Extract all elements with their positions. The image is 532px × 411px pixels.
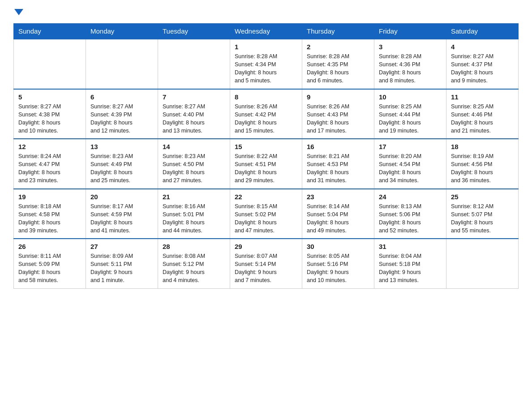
empty-cell [158,39,230,89]
day-cell-18: 18Sunrise: 8:19 AM Sunset: 4:56 PM Dayli… [446,139,519,189]
day-cell-27: 27Sunrise: 8:09 AM Sunset: 5:11 PM Dayli… [86,239,158,288]
day-number: 13 [90,143,153,150]
col-header-thursday: Thursday [302,24,374,39]
day-cell-11: 11Sunrise: 8:25 AM Sunset: 4:46 PM Dayli… [446,89,519,139]
week-row-4: 19Sunrise: 8:18 AM Sunset: 4:58 PM Dayli… [14,189,519,239]
empty-cell [14,39,86,89]
day-cell-9: 9Sunrise: 8:26 AM Sunset: 4:43 PM Daylig… [302,89,374,139]
day-number: 19 [18,193,81,201]
header [13,9,519,15]
empty-cell [446,239,519,288]
day-info: Sunrise: 8:23 AM Sunset: 4:50 PM Dayligh… [163,152,225,185]
day-number: 15 [235,143,297,150]
day-number: 27 [90,243,153,250]
day-info: Sunrise: 8:18 AM Sunset: 4:58 PM Dayligh… [18,202,81,235]
day-info: Sunrise: 8:19 AM Sunset: 4:56 PM Dayligh… [451,152,514,185]
logo [13,9,23,15]
day-info: Sunrise: 8:27 AM Sunset: 4:40 PM Dayligh… [163,103,225,135]
day-cell-28: 28Sunrise: 8:08 AM Sunset: 5:12 PM Dayli… [158,239,230,288]
day-info: Sunrise: 8:22 AM Sunset: 4:51 PM Dayligh… [235,152,297,185]
day-number: 21 [163,193,225,201]
day-info: Sunrise: 8:21 AM Sunset: 4:53 PM Dayligh… [307,152,369,185]
day-number: 31 [379,243,442,250]
day-cell-8: 8Sunrise: 8:26 AM Sunset: 4:42 PM Daylig… [230,89,302,139]
day-number: 17 [379,143,442,150]
day-info: Sunrise: 8:16 AM Sunset: 5:01 PM Dayligh… [163,202,225,235]
day-info: Sunrise: 8:20 AM Sunset: 4:54 PM Dayligh… [379,152,442,185]
calendar-table: SundayMondayTuesdayWednesdayThursdayFrid… [13,23,519,289]
col-header-tuesday: Tuesday [158,24,230,39]
day-info: Sunrise: 8:12 AM Sunset: 5:07 PM Dayligh… [451,202,514,235]
day-info: Sunrise: 8:24 AM Sunset: 4:47 PM Dayligh… [18,152,81,185]
week-row-3: 12Sunrise: 8:24 AM Sunset: 4:47 PM Dayli… [14,139,519,189]
day-number: 14 [163,143,225,150]
day-number: 16 [307,143,369,150]
day-cell-4: 4Sunrise: 8:27 AM Sunset: 4:37 PM Daylig… [446,39,519,89]
day-info: Sunrise: 8:13 AM Sunset: 5:06 PM Dayligh… [379,202,442,235]
day-info: Sunrise: 8:15 AM Sunset: 5:02 PM Dayligh… [235,202,297,235]
day-info: Sunrise: 8:25 AM Sunset: 4:44 PM Dayligh… [379,103,442,135]
day-number: 26 [18,243,81,250]
day-cell-30: 30Sunrise: 8:05 AM Sunset: 5:16 PM Dayli… [302,239,374,288]
col-header-saturday: Saturday [446,24,519,39]
day-number: 24 [379,193,442,201]
day-number: 5 [18,93,81,101]
day-cell-5: 5Sunrise: 8:27 AM Sunset: 4:38 PM Daylig… [14,89,86,139]
day-number: 23 [307,193,369,201]
day-info: Sunrise: 8:09 AM Sunset: 5:11 PM Dayligh… [90,252,153,285]
day-info: Sunrise: 8:26 AM Sunset: 4:42 PM Dayligh… [235,103,297,135]
empty-cell [86,39,158,89]
day-info: Sunrise: 8:26 AM Sunset: 4:43 PM Dayligh… [307,103,369,135]
day-number: 11 [451,93,514,101]
day-number: 1 [235,43,297,51]
day-cell-12: 12Sunrise: 8:24 AM Sunset: 4:47 PM Dayli… [14,139,86,189]
day-cell-29: 29Sunrise: 8:07 AM Sunset: 5:14 PM Dayli… [230,239,302,288]
day-cell-24: 24Sunrise: 8:13 AM Sunset: 5:06 PM Dayli… [374,189,446,239]
day-info: Sunrise: 8:27 AM Sunset: 4:38 PM Dayligh… [18,103,81,135]
day-cell-22: 22Sunrise: 8:15 AM Sunset: 5:02 PM Dayli… [230,189,302,239]
logo-triangle-icon [14,9,23,15]
day-cell-6: 6Sunrise: 8:27 AM Sunset: 4:39 PM Daylig… [86,89,158,139]
col-header-wednesday: Wednesday [230,24,302,39]
day-info: Sunrise: 8:05 AM Sunset: 5:16 PM Dayligh… [307,252,369,285]
day-info: Sunrise: 8:23 AM Sunset: 4:49 PM Dayligh… [90,152,153,185]
day-info: Sunrise: 8:27 AM Sunset: 4:37 PM Dayligh… [451,52,514,85]
day-number: 2 [307,43,369,51]
day-number: 6 [90,93,153,101]
day-info: Sunrise: 8:28 AM Sunset: 4:34 PM Dayligh… [235,52,297,85]
day-number: 7 [163,93,225,101]
day-number: 28 [163,243,225,250]
calendar-header-row: SundayMondayTuesdayWednesdayThursdayFrid… [14,24,519,39]
day-number: 8 [235,93,297,101]
day-info: Sunrise: 8:17 AM Sunset: 4:59 PM Dayligh… [90,202,153,235]
day-cell-19: 19Sunrise: 8:18 AM Sunset: 4:58 PM Dayli… [14,189,86,239]
day-cell-2: 2Sunrise: 8:28 AM Sunset: 4:35 PM Daylig… [302,39,374,89]
col-header-sunday: Sunday [14,24,86,39]
day-cell-3: 3Sunrise: 8:28 AM Sunset: 4:36 PM Daylig… [374,39,446,89]
day-number: 30 [307,243,369,250]
day-cell-16: 16Sunrise: 8:21 AM Sunset: 4:53 PM Dayli… [302,139,374,189]
day-cell-7: 7Sunrise: 8:27 AM Sunset: 4:40 PM Daylig… [158,89,230,139]
day-number: 10 [379,93,442,101]
day-number: 25 [451,193,514,201]
day-cell-10: 10Sunrise: 8:25 AM Sunset: 4:44 PM Dayli… [374,89,446,139]
day-info: Sunrise: 8:08 AM Sunset: 5:12 PM Dayligh… [163,252,225,285]
col-header-friday: Friday [374,24,446,39]
day-info: Sunrise: 8:14 AM Sunset: 5:04 PM Dayligh… [307,202,369,235]
week-row-1: 1Sunrise: 8:28 AM Sunset: 4:34 PM Daylig… [14,39,519,89]
day-info: Sunrise: 8:27 AM Sunset: 4:39 PM Dayligh… [90,103,153,135]
day-number: 12 [18,143,81,150]
day-cell-20: 20Sunrise: 8:17 AM Sunset: 4:59 PM Dayli… [86,189,158,239]
day-info: Sunrise: 8:25 AM Sunset: 4:46 PM Dayligh… [451,103,514,135]
day-cell-1: 1Sunrise: 8:28 AM Sunset: 4:34 PM Daylig… [230,39,302,89]
day-number: 29 [235,243,297,250]
week-row-5: 26Sunrise: 8:11 AM Sunset: 5:09 PM Dayli… [14,239,519,288]
day-number: 18 [451,143,514,150]
col-header-monday: Monday [86,24,158,39]
day-info: Sunrise: 8:28 AM Sunset: 4:36 PM Dayligh… [379,52,442,85]
day-number: 3 [379,43,442,51]
day-cell-23: 23Sunrise: 8:14 AM Sunset: 5:04 PM Dayli… [302,189,374,239]
day-info: Sunrise: 8:11 AM Sunset: 5:09 PM Dayligh… [18,252,81,285]
day-cell-25: 25Sunrise: 8:12 AM Sunset: 5:07 PM Dayli… [446,189,519,239]
day-info: Sunrise: 8:04 AM Sunset: 5:18 PM Dayligh… [379,252,442,285]
